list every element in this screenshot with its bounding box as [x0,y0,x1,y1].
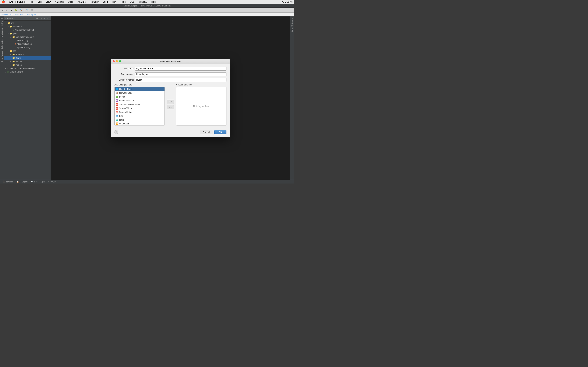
qualifier-item-screen-width[interactable]: ▦ Screen Width [115,106,164,110]
tab-structure[interactable]: 2: Structure [0,27,3,38]
tab-project[interactable]: 1: Project [0,17,3,26]
toolbar-forward[interactable]: ▶ [5,8,8,12]
tree-package[interactable]: ▼ 📁 com.splashexample [4,35,51,39]
tree-java[interactable]: ▼ 📁 java [4,32,51,35]
qualifier-label: Layout Direction [119,100,134,102]
qualifier-item-country-code[interactable]: 🌐 Country Code [115,87,164,91]
menu-help[interactable]: Help [150,0,156,3]
menu-bar: 🍎 Android Studio File Edit View Navigate… [0,0,294,4]
expand-btn[interactable]: ⊞ [43,17,46,20]
right-tabs: Device File Explorer [290,17,294,180]
breadcrumb-android[interactable]: android [1,13,8,16]
menu-navigate[interactable]: Navigate [54,0,64,3]
tree-label: manifests [13,25,22,28]
tab-build-variants[interactable]: Build Variants [0,50,3,63]
qualifier-item-orientation[interactable]: ⟳ Orientation [115,122,164,125]
tab-logcat[interactable]: 📋 6: Logcat [15,180,29,183]
qualifier-item-locale[interactable]: A Locale [115,95,164,99]
menu-file[interactable]: File [29,0,34,3]
qualifier-label: Network Code [119,92,132,94]
toolbar-debug[interactable]: 🐛 [14,8,18,12]
breadcrumb-res[interactable]: res [26,13,28,16]
apple-menu[interactable]: 🍎 [1,0,5,3]
qualifier-item-ratio[interactable]: ⊟ Ratio [115,118,164,122]
cancel-button[interactable]: Cancel [200,130,213,134]
menu-bar-right: Thu 2:18 PM [281,1,293,3]
sync-btn[interactable]: ⟳ [36,17,39,20]
tree-splashactivity[interactable]: C SplashActivity [4,46,51,49]
terminal-icon: ⬛ [3,181,5,183]
menu-window[interactable]: Window [138,0,147,3]
breadcrumb-sep-4: › [25,13,25,16]
qualifier-item-layout-direction[interactable]: ⇄ Layout Direction [115,99,164,103]
qualifier-item-network-code[interactable]: 📡 Network Code [115,91,164,95]
tree-rn-splash[interactable]: ▶ ⬡ react-native-splash-screen [4,67,51,70]
menu-build[interactable]: Build [102,0,109,3]
tab-todo[interactable]: ✓ TODO [46,180,57,183]
tree-label: res [13,50,16,52]
menu-edit[interactable]: Edit [37,0,42,3]
chosen-qualifiers-panel: Chosen qualifiers: Nothing to show [176,83,226,125]
tree-res[interactable]: ▼ 📁 res [4,49,51,53]
tab-favorites[interactable]: 2: Favorites [0,38,3,50]
toolbar-settings[interactable]: ⚙ [30,8,34,12]
tree-mipmap[interactable]: ▶ 📁 mipmap [4,60,51,63]
tree-gradle-scripts[interactable]: ▶ ⬡ Gradle Scripts [4,70,51,74]
qualifiers-section: Available qualifiers: 🌐 Country Code 📡 N… [114,83,226,125]
qualifier-label: Screen Height [119,111,132,113]
tree-label: layout [16,57,21,59]
tree-mainapplication[interactable]: C MainApplication [4,42,51,46]
close-btn[interactable]: ✕ [46,17,49,20]
project-panel-dropdown[interactable]: ▼ [14,17,16,19]
project-panel-header: Android ▼ ⟳ ⚙ ⊞ ✕ [4,17,51,21]
menu-code[interactable]: Code [67,0,74,3]
root-element-input[interactable] [135,72,226,76]
tree-manifests[interactable]: ▼ 📁 manifests [4,25,51,28]
qualifier-item-size[interactable]: ◻ Size [115,114,164,118]
tab-todo-label: TODO [50,181,56,183]
main-layout: 1: Project 2: Structure 2: Favorites Bui… [0,17,294,180]
close-button[interactable] [113,60,115,62]
dialog-title: New Resource File [160,60,181,63]
menu-run[interactable]: Run [111,0,117,3]
settings-btn[interactable]: ⚙ [39,17,42,20]
qualifier-item-smallest-screen-width[interactable]: ▦ Smallest Screen Width [115,103,164,106]
minimize-button[interactable] [116,60,118,62]
toolbar-back[interactable]: ◀ [1,8,4,12]
menu-refactor[interactable]: Refactor [89,0,99,3]
qualifier-item-screen-height[interactable]: ▦ Screen Height [115,110,164,114]
breadcrumb-app[interactable]: app [10,13,13,16]
breadcrumb-src[interactable]: src [15,13,18,16]
tree-label: values [16,64,22,66]
menu-android-studio[interactable]: Android Studio [9,0,26,3]
tab-terminal[interactable]: ⬛ Terminal [1,180,15,183]
tree-app[interactable]: ▼ 📁 app [4,21,51,25]
toolbar-search[interactable]: 🔍 [25,8,30,12]
tab-device-explorer[interactable]: Device File Explorer [291,17,294,33]
menu-tools[interactable]: Tools [120,0,126,3]
tree-label: Gradle Scripts [10,71,23,73]
remove-qualifier-btn[interactable]: << [167,105,174,109]
tree-values[interactable]: ▶ 📁 values [4,63,51,67]
tree-mainactivity[interactable]: C MainActivity [4,39,51,42]
tree-drawable[interactable]: ▶ 📁 drawable [4,53,51,56]
file-name-input[interactable] [135,67,226,71]
tree-label: mipmap [16,60,23,63]
tab-messages[interactable]: 💬 0: Messages [29,180,46,183]
breadcrumb-layout[interactable]: layout [31,13,36,16]
tree-layout[interactable]: ▶ 📁 layout [4,56,51,60]
ok-button[interactable]: OK [214,130,227,134]
tree-androidmanifest[interactable]: 🗎 AndroidManifest.xml [4,28,51,32]
toolbar-run[interactable]: ▶ [10,8,13,12]
dialog-footer: ? Cancel OK [111,128,230,137]
help-button[interactable]: ? [114,130,118,134]
menu-view[interactable]: View [45,0,51,3]
menu-analyze[interactable]: Analyze [77,0,86,3]
add-qualifier-btn[interactable]: >> [167,100,174,104]
directory-name-input[interactable] [135,78,226,82]
root-element-row: Root element: [114,72,226,76]
maximize-button[interactable] [119,60,121,62]
breadcrumb-main[interactable]: main [20,13,24,16]
toolbar-build[interactable]: 🔨 [19,8,23,12]
menu-vcs[interactable]: VCS [129,0,135,3]
